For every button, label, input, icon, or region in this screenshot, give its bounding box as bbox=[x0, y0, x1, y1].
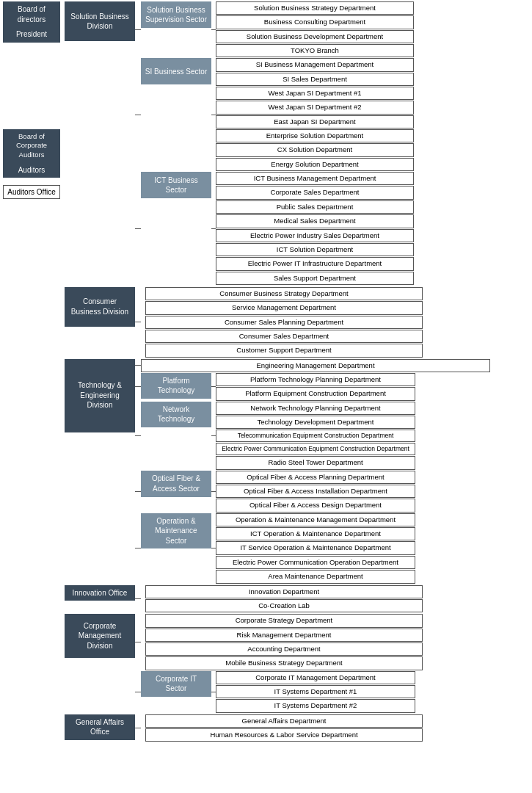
dept-row: Telecommunication Equipment Construction… bbox=[216, 430, 415, 442]
supervision-sector-box: Solution Business Supervision Sector bbox=[141, 1, 211, 28]
president-box: President bbox=[3, 27, 60, 43]
dept-row: Electric Power Communication Equipment C… bbox=[216, 443, 415, 455]
dept-row: Energy Solution Department bbox=[216, 158, 414, 171]
corp-it-depts: Corporate IT Management Department IT Sy… bbox=[216, 671, 415, 713]
corp-mgmt-direct-depts: Corporate Strategy Department Risk Manag… bbox=[145, 614, 423, 670]
dept-row: Sales Support Department bbox=[216, 272, 414, 285]
org-chart: Board of directors President Board of Co… bbox=[0, 0, 532, 743]
dept-row: Solution Business Strategy Department bbox=[216, 1, 414, 15]
si-sector-row: SI Business Sector SI Business Managemen… bbox=[135, 58, 414, 171]
dept-row: Medical Sales Department bbox=[216, 214, 414, 228]
dept-row: Radio Steel Tower Department bbox=[216, 456, 415, 469]
ict-sector-box: ICT Business Sector bbox=[141, 172, 211, 198]
dept-row: Mobile Business Strategy Department bbox=[145, 656, 423, 670]
board-of-corporate-auditors-box: Board of Corporate Auditors bbox=[3, 129, 60, 163]
dept-row: SI Business Management Department bbox=[216, 58, 414, 71]
general-affairs-row: General Affairs Office General Affairs D… bbox=[65, 714, 531, 742]
si-sector-box: SI Business Sector bbox=[141, 58, 211, 84]
dept-row: Operation & Maintenance Management Depar… bbox=[216, 513, 415, 526]
dept-row: Service Management Department bbox=[145, 301, 423, 314]
dept-row: Corporate IT Management Department bbox=[216, 671, 415, 684]
dept-row: Optical Fiber & Access Installation Depa… bbox=[216, 485, 415, 498]
dept-row: Corporate Sales Department bbox=[216, 186, 414, 199]
innovation-office-box: Innovation Office bbox=[65, 585, 135, 601]
dept-row: IT Systems Department #2 bbox=[216, 699, 415, 712]
corporate-mgmt-division-box: Corporate Management Division bbox=[65, 614, 135, 658]
op-maint-depts: Operation & Maintenance Management Depar… bbox=[216, 513, 415, 584]
supervision-depts: Solution Business Strategy Department Bu… bbox=[216, 1, 414, 57]
corporate-mgmt-division-row: Corporate Management Division Corporate … bbox=[65, 614, 531, 712]
dept-row: Accounting Department bbox=[145, 642, 423, 656]
consumer-depts: Consumer Business Strategy Department Se… bbox=[145, 287, 423, 358]
dept-row: Area Maintenance Department bbox=[216, 570, 415, 583]
dept-row: Platform Technology Planning Department bbox=[216, 373, 415, 386]
dept-row: Technology Development Department bbox=[216, 416, 415, 429]
dept-row: Public Sales Department bbox=[216, 200, 414, 214]
ict-sector-row: ICT Business Sector ICT Business Managem… bbox=[135, 172, 414, 285]
dept-row: ICT Operation & Maintenance Department bbox=[216, 527, 415, 540]
h-connector bbox=[135, 29, 141, 30]
auditors-office-box: Auditors Office bbox=[3, 185, 60, 199]
dept-row: Co-Creation Lab bbox=[145, 599, 423, 612]
dept-row: Human Resources & Labor Service Departme… bbox=[145, 728, 423, 742]
dept-row: IT Systems Department #1 bbox=[216, 685, 415, 698]
solution-sectors-col: Solution Business Supervision Sector Sol… bbox=[135, 1, 414, 286]
platform-tech-box: Platform Technology bbox=[141, 373, 211, 399]
dept-row: ICT Solution Department bbox=[216, 243, 414, 256]
general-affairs-box: General Affairs Office bbox=[65, 714, 135, 740]
corporate-it-sector-box: Corporate IT Sector bbox=[141, 671, 211, 697]
tech-division-box: Technology & Engineering Division bbox=[65, 359, 135, 432]
dept-row: Enterprise Solution Department bbox=[216, 129, 414, 142]
dept-row: Optical Fiber & Access Design Department bbox=[216, 499, 415, 512]
dept-row: Consumer Sales Department bbox=[145, 330, 423, 343]
dept-row: Electric Power Industry Sales Department bbox=[216, 229, 414, 242]
tech-right: Engineering Management Department Platfo… bbox=[135, 359, 490, 584]
network-depts: Network Technology Planning Department T… bbox=[216, 402, 415, 470]
dept-row: General Affairs Department bbox=[145, 714, 423, 728]
dept-row: East Japan SI Department bbox=[216, 115, 414, 128]
left-panel: Board of directors President Board of Co… bbox=[1, 1, 62, 742]
operation-maintenance-sector-box: Operation & Maintenance Sector bbox=[141, 513, 211, 549]
dept-row: Electric Power Communication Operation D… bbox=[216, 556, 415, 569]
dept-row: TOKYO Branch bbox=[216, 44, 414, 57]
dept-row: Innovation Department bbox=[145, 585, 423, 598]
optical-fiber-sector-box: Optical Fiber & Access Sector bbox=[141, 471, 211, 497]
innovation-office-row: Innovation Office Innovation Department … bbox=[65, 585, 531, 613]
corp-mgmt-right: Corporate Strategy Department Risk Manag… bbox=[135, 614, 423, 712]
dept-row: Optical Fiber & Access Planning Departme… bbox=[216, 471, 415, 484]
dept-row: West Japan SI Department #1 bbox=[216, 87, 414, 100]
dept-row: West Japan SI Department #2 bbox=[216, 101, 414, 114]
dept-row: SI Sales Department bbox=[216, 73, 414, 86]
optical-depts: Optical Fiber & Access Planning Departme… bbox=[216, 471, 415, 513]
ict-depts: ICT Business Management Department Corpo… bbox=[216, 172, 414, 285]
engineering-mgmt-dept: Engineering Management Department bbox=[141, 359, 490, 372]
dept-row: Business Consulting Department bbox=[216, 15, 414, 29]
dept-row: Customer Support Department bbox=[145, 344, 423, 357]
tech-division-row: Technology & Engineering Division Engine… bbox=[65, 359, 531, 584]
solution-division-box: Solution Business Division bbox=[65, 1, 135, 41]
consumer-division-row: Consumer Business Division Consumer Busi… bbox=[65, 287, 531, 358]
supervision-sector-row: Solution Business Supervision Sector Sol… bbox=[135, 1, 414, 57]
consumer-division-box: Consumer Business Division bbox=[65, 287, 135, 327]
platform-depts: Platform Technology Planning Department … bbox=[216, 373, 415, 401]
dept-row: Electric Power IT Infrastructure Departm… bbox=[216, 257, 414, 270]
innovation-depts: Innovation Department Co-Creation Lab bbox=[145, 585, 423, 613]
dept-row: Corporate Strategy Department bbox=[145, 614, 423, 627]
auditors-box: Auditors bbox=[3, 163, 60, 178]
dept-row: ICT Business Management Department bbox=[216, 172, 414, 185]
dept-row: Consumer Business Strategy Department bbox=[145, 287, 423, 300]
dept-row: Network Technology Planning Department bbox=[216, 402, 415, 415]
si-depts: SI Business Management Department SI Sal… bbox=[216, 58, 414, 171]
board-of-directors-box: Board of directors bbox=[3, 1, 60, 27]
dept-row: IT Service Operation & Maintenance Depar… bbox=[216, 541, 415, 554]
solution-division-row: Solution Business Division Solution Busi… bbox=[65, 1, 531, 286]
general-affairs-depts: General Affairs Department Human Resourc… bbox=[145, 714, 423, 742]
dept-row: Consumer Sales Planning Department bbox=[145, 316, 423, 329]
dept-row: Risk Management Department bbox=[145, 629, 423, 642]
right-panel: Solution Business Division Solution Busi… bbox=[62, 1, 531, 742]
dept-row: Solution Business Development Department bbox=[216, 30, 414, 43]
network-tech-box: Network Technology bbox=[141, 402, 211, 427]
dept-row: Platform Equipment Construction Departme… bbox=[216, 387, 415, 400]
dept-row: CX Solution Department bbox=[216, 143, 414, 156]
